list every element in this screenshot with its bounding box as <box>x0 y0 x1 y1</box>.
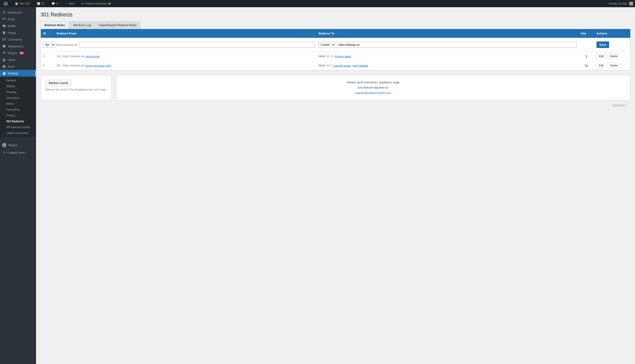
row2-delete-button[interactable]: Delete <box>607 63 620 68</box>
comments-link[interactable]: 💬 0 <box>50 0 60 7</box>
new-rule-from-path-input[interactable] <box>79 42 315 48</box>
row2-to-type: PAGE <box>319 64 325 67</box>
row2-path[interactable]: some-old-page.html <box>85 64 111 67</box>
sidebar-item-settings[interactable]: Settings <box>0 70 36 76</box>
weglot-icon: W <box>2 143 6 147</box>
row1-base: https://wpsaas.wt/ <box>63 55 84 58</box>
th-actions: Actions <box>594 29 630 38</box>
sidebar-posts-label: Posts <box>8 18 15 21</box>
home-icon: 🏠 <box>15 2 18 5</box>
sidebar-item-plugins[interactable]: Plugins 19 <box>0 50 36 56</box>
svg-point-1 <box>3 45 6 48</box>
new-rule-to-type-select[interactable]: Custom PAGE <box>318 42 335 48</box>
row2-to-id: ID: 4 <box>327 64 332 67</box>
row2-from-cell: 301 https://wpsaas.wt/ some-old-page.htm… <box>54 62 316 70</box>
sidebar-item-pages[interactable]: Pages <box>0 29 36 36</box>
comments-icon: 💬 <box>52 2 55 5</box>
plus-icon: ＋ <box>65 2 68 6</box>
settings-submenu: General Writing Reading Discussion Media… <box>0 76 36 137</box>
site-name-link[interactable]: 🏠 Test Site <box>13 0 32 7</box>
sidebar-sub-reading[interactable]: Reading <box>0 89 36 95</box>
table-row: 9 302 https://wpsaas.wt/ old-pricing/ PA… <box>41 52 630 61</box>
sidebar-item-appearance[interactable]: Appearance <box>0 43 36 50</box>
row1-to-type: PAGE <box>319 55 325 58</box>
sidebar-item-weglot[interactable]: W Weglot <box>0 142 36 149</box>
new-rule-id-cell: 301 302 <box>41 41 54 49</box>
refresh-cache-description: Refresh the cache if the dropdowns are o… <box>45 88 107 91</box>
sidebar-sub-media[interactable]: Media <box>0 101 36 107</box>
th-redirect-to: Redirect To <box>316 29 578 38</box>
plugin-icon: ⚙ <box>81 2 84 5</box>
admin-bar: 🏠 Test Site 🔄 22 💬 0 ＋ New ⚙ UnderConstr… <box>0 0 635 7</box>
wp-logo-link[interactable] <box>2 0 10 7</box>
sidebar-item-posts[interactable]: Posts <box>0 16 36 22</box>
sidebar-pages-label: Pages <box>8 31 16 34</box>
sidebar-comments-label: Comments <box>8 38 22 41</box>
row1-actions: Edit Delete <box>594 52 630 61</box>
updates-link[interactable]: 🔄 22 <box>35 0 46 7</box>
sidebar-sub-writing[interactable]: Writing <box>0 83 36 89</box>
row2-code: 301 <box>57 64 61 67</box>
sidebar-users-label: Users <box>8 58 15 62</box>
main-content: 301 Redirects Redirect Rules 404 Error L… <box>36 7 635 364</box>
sidebar-appearance-label: Appearance <box>8 44 24 48</box>
sidebar-sub-htaccess[interactable]: WP Htaccess Editor <box>0 124 36 130</box>
tab-import-export[interactable]: Import/Export Redirect Rules <box>95 22 141 29</box>
row1-to-id: ID: 15 <box>327 55 333 58</box>
new-rule-actions-cell: Save <box>594 40 630 50</box>
new-content-link[interactable]: ＋ New <box>63 0 76 7</box>
row2-hits: 45 <box>578 62 594 70</box>
support-period: . <box>391 91 392 94</box>
row2-to-cell: PAGE ID: 4 Sample page, right sidebar <box>316 62 578 70</box>
sidebar-media-label: Media <box>8 24 16 28</box>
row2-edit-button[interactable]: Edit <box>596 63 606 68</box>
sidebar-item-media[interactable]: Media <box>0 22 36 29</box>
row1-delete-button[interactable]: Delete <box>607 54 620 59</box>
sidebar-sub-discussion[interactable]: Discussion <box>0 95 36 101</box>
sidebar-dashboard-label: Dashboard <box>8 11 22 14</box>
row2-actions: Edit Delete <box>594 61 630 70</box>
sidebar-sub-general[interactable]: General <box>0 78 36 83</box>
sidebar-sub-privacy[interactable]: Privacy <box>0 112 36 118</box>
sidebar-sub-underconstruction[interactable]: UnderConstruction <box>0 130 36 136</box>
sidebar-item-users[interactable]: Users <box>0 56 36 63</box>
updates-icon: 🔄 <box>37 2 40 5</box>
row2-to-target[interactable]: Sample page, right sidebar <box>333 64 368 67</box>
sidebar-item-tools[interactable]: Tools <box>0 63 36 70</box>
th-id: ID <box>41 29 54 38</box>
row1-id: 9 <box>41 52 54 60</box>
row2-base: https://wpsaas.wt/ <box>63 64 84 67</box>
refresh-cache-button[interactable]: Refresh Cache <box>45 80 72 86</box>
underconstruction-link[interactable]: ⚙ UnderConstruction <box>80 0 112 7</box>
row2-id: 8 <box>41 62 54 70</box>
row1-path[interactable]: old-pricing/ <box>85 55 100 58</box>
sidebar-sub-redirects[interactable]: 301 Redirects <box>0 118 36 124</box>
refresh-cache-box: Refresh Cache Refresh the cache if the d… <box>41 75 112 100</box>
user-info: Howdy, Gordan G <box>609 2 633 6</box>
table-row: 8 301 https://wpsaas.wt/ some-old-page.h… <box>41 61 630 70</box>
collapse-menu-button[interactable]: Collapse menu <box>0 149 36 157</box>
site-name: Test Site <box>19 2 30 5</box>
new-rule-type-select[interactable]: 301 302 <box>43 42 55 48</box>
sidebar-settings-label: Settings <box>8 72 18 75</box>
sidebar-item-dashboard[interactable]: Dashboard <box>0 9 36 16</box>
row1-code: 302 <box>57 55 61 58</box>
new-rule-to-cell: Custom PAGE <box>316 41 578 49</box>
support-text1: Please send comments, questions, bugs <box>347 81 399 84</box>
sidebar-item-comments[interactable]: Comments <box>0 36 36 43</box>
page-footer: Version 5.1 <box>41 100 630 110</box>
th-redirect-from: Redirect From <box>54 29 316 38</box>
save-redirect-button[interactable]: Save <box>596 42 609 48</box>
table-header-row: ID Redirect From Redirect To Hits Action… <box>41 29 630 38</box>
support-email-link[interactable]: support@webfactoryltd.com <box>355 91 391 94</box>
version-text: Version 5.1 <box>612 104 626 107</box>
svg-point-2 <box>4 58 5 60</box>
new-rule-to-url-input[interactable] <box>337 42 577 48</box>
row1-to-target[interactable]: Pricing table <box>335 55 351 58</box>
support-box: Please send comments, questions, bugs an… <box>116 75 630 100</box>
row1-edit-button[interactable]: Edit <box>596 54 606 59</box>
new-label: New <box>69 2 74 5</box>
tab-404-error-log[interactable]: 404 Error Log <box>69 22 95 29</box>
tab-redirect-rules[interactable]: Redirect Rules <box>41 22 69 29</box>
sidebar-sub-permalinks[interactable]: Permalinks <box>0 107 36 112</box>
